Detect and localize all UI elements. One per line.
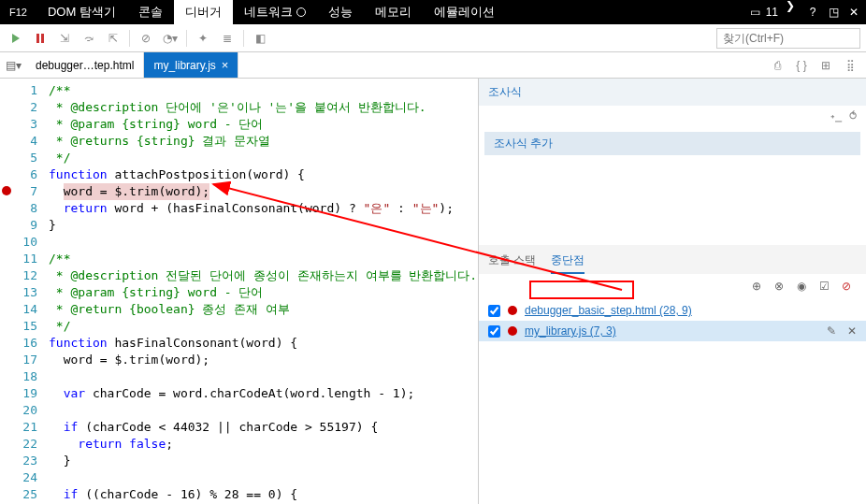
breakpoint-gutter[interactable] — [0, 79, 13, 504]
code-line[interactable]: */ — [49, 150, 478, 166]
step-over-button[interactable]: ⤼ — [79, 28, 99, 49]
line-number: 20 — [13, 402, 37, 419]
line-number: 17 — [13, 352, 37, 368]
delete-breakpoint-icon[interactable]: ✕ — [847, 324, 857, 338]
error-count: 11 — [766, 6, 778, 19]
code-area[interactable]: /** * @description 단어에 '은'이나 '는'을 붙여서 반환… — [43, 79, 478, 504]
enable-all-bp-icon[interactable]: ☑ — [819, 280, 834, 295]
device-indicator[interactable]: ▭ 11 — [749, 6, 778, 19]
highlight-box — [529, 281, 634, 299]
code-line[interactable]: * @param {string} word - 단어 — [49, 116, 478, 133]
step-out-button[interactable]: ⇱ — [103, 28, 123, 49]
file-picker-icon[interactable]: ▤▾ — [0, 52, 26, 78]
refresh-watch-icon[interactable]: ⥀ — [849, 109, 857, 122]
menu-tab-콘솔[interactable]: 콘솔 — [127, 0, 174, 24]
close-icon[interactable]: ✕ — [847, 6, 860, 19]
f12-label: F12 — [0, 0, 36, 24]
menu-tab-메모리[interactable]: 메모리 — [364, 0, 423, 24]
help-icon[interactable]: ? — [806, 6, 819, 19]
line-number: 25 — [13, 486, 37, 503]
code-line[interactable]: var charCode = word.charCodeAt(word.leng… — [49, 385, 478, 402]
svg-rect-0 — [36, 34, 39, 43]
step-in-button[interactable]: ⇲ — [54, 28, 75, 49]
options-icon[interactable]: ⣿ — [840, 55, 860, 76]
line-number: 10 — [13, 234, 37, 251]
line-number: 22 — [13, 436, 37, 453]
line-number: 5 — [13, 150, 37, 166]
code-line[interactable]: word = $.trim(word); — [49, 183, 478, 200]
breakpoint-checkbox[interactable] — [488, 325, 500, 338]
line-number: 21 — [13, 419, 37, 436]
code-line[interactable]: word = $.trim(word); — [49, 352, 478, 368]
breakpoint-link[interactable]: my_library.js (7, 3) — [525, 324, 616, 338]
breakpoint-row[interactable]: debugger_basic_step.html (28, 9) — [479, 300, 866, 321]
edit-breakpoint-icon[interactable]: ✎ — [827, 324, 836, 338]
toggle-all-bp-icon[interactable]: ◉ — [797, 280, 812, 295]
menu-tab-DOM 탐색기[interactable]: DOM 탐색기 — [36, 0, 127, 24]
word-wrap-button[interactable]: ≣ — [217, 28, 238, 49]
file-tab[interactable]: my_library.js× — [144, 52, 238, 78]
file-tabs: ▤▾ debugger…tep.htmlmy_library.js× ⎙ { }… — [0, 52, 866, 79]
tab-breakpoints[interactable]: 중단점 — [551, 249, 585, 274]
code-line[interactable]: * @param {string} word - 단어 — [49, 284, 478, 301]
search-input[interactable] — [716, 28, 860, 49]
pause-button[interactable] — [30, 28, 51, 49]
pretty-print-icon[interactable]: { } — [791, 55, 812, 76]
code-line[interactable]: } — [49, 453, 478, 469]
code-line[interactable]: */ — [49, 318, 478, 335]
delete-all-bp-icon[interactable]: ⊘ — [842, 280, 857, 295]
line-number: 7 — [13, 183, 37, 200]
break-new-worker-button[interactable]: ⊘ — [136, 28, 156, 49]
code-line[interactable]: * @return {boolean} 종성 존재 여부 — [49, 301, 478, 318]
breakpoint-checkbox[interactable] — [488, 305, 500, 317]
code-line[interactable]: * @description 전달된 단어에 종성이 존재하는지 여부를 반환합… — [49, 267, 478, 284]
file-tab-label: debugger…tep.html — [36, 59, 134, 72]
breakpoint-marker[interactable] — [2, 186, 11, 195]
wand-button[interactable]: ✦ — [193, 28, 213, 49]
source-map-icon[interactable]: ⊞ — [815, 55, 836, 76]
break-exception-button[interactable]: ◔▾ — [160, 28, 180, 49]
menu-tab-성능[interactable]: 성능 — [317, 0, 364, 24]
code-line[interactable]: function hasFinalConsonant(word) { — [49, 335, 478, 352]
svg-rect-1 — [41, 34, 44, 43]
code-line[interactable]: if ((charCode - 16) % 28 == 0) { — [49, 486, 478, 503]
close-tab-icon[interactable]: × — [222, 58, 229, 72]
code-line[interactable]: * @returns {string} 결과 문자열 — [49, 133, 478, 150]
code-line[interactable]: return false; — [49, 436, 478, 453]
code-line[interactable]: return word + (hasFinalConsonant(word) ?… — [49, 200, 478, 217]
add-watch-row[interactable]: 조사식 추가 — [484, 132, 860, 155]
code-line[interactable]: /** — [49, 251, 478, 267]
line-number: 8 — [13, 200, 37, 217]
tab-callstack[interactable]: 호출 스택 — [488, 249, 536, 274]
code-line[interactable] — [49, 402, 478, 419]
undock-icon[interactable]: ◳ — [827, 6, 840, 19]
code-line[interactable]: if (charCode < 44032 || charCode > 55197… — [49, 419, 478, 436]
open-doc-icon[interactable]: ⎙ — [767, 55, 787, 76]
menu-tab-네트워크[interactable]: 네트워크 — [233, 0, 317, 24]
line-number: 6 — [13, 166, 37, 183]
code-line[interactable] — [49, 234, 478, 251]
add-event-bp-icon[interactable]: ⊕ — [752, 280, 767, 295]
code-line[interactable]: /** — [49, 82, 478, 99]
breakpoint-link[interactable]: debugger_basic_step.html (28, 9) — [525, 304, 692, 317]
toolbar: ⇲ ⤼ ⇱ ⊘ ◔▾ ✦ ≣ ◧ — [0, 24, 866, 52]
continue-button[interactable] — [6, 28, 26, 49]
debug-just-my-code-button[interactable]: ◧ — [250, 28, 270, 49]
code-line[interactable]: function attachPostposition(word) { — [49, 166, 478, 183]
subtabs: 호출 스택 중단점 — [479, 245, 866, 274]
breakpoint-row[interactable]: my_library.js (7, 3)✎✕ — [479, 321, 866, 341]
line-number-gutter: 1234567891011121314151617181920212223242… — [13, 79, 43, 504]
console-toggle-icon[interactable]: ❯_ — [786, 6, 799, 19]
breakpoint-dot-icon — [508, 306, 517, 315]
code-line[interactable] — [49, 368, 478, 385]
code-line[interactable]: } — [49, 217, 478, 234]
add-xhr-bp-icon[interactable]: ⊗ — [774, 280, 789, 295]
add-watch-icon[interactable]: ˖⎯ — [830, 109, 842, 122]
line-number: 24 — [13, 469, 37, 486]
menu-tab-디버거[interactable]: 디버거 — [174, 0, 233, 24]
code-line[interactable] — [49, 469, 478, 486]
code-line[interactable]: * @description 단어에 '은'이나 '는'을 붙여서 반환합니다. — [49, 99, 478, 116]
file-tab[interactable]: debugger…tep.html — [26, 52, 144, 78]
file-tab-label: my_library.js — [153, 59, 215, 72]
menu-tab-에뮬레이션[interactable]: 에뮬레이션 — [423, 0, 506, 24]
